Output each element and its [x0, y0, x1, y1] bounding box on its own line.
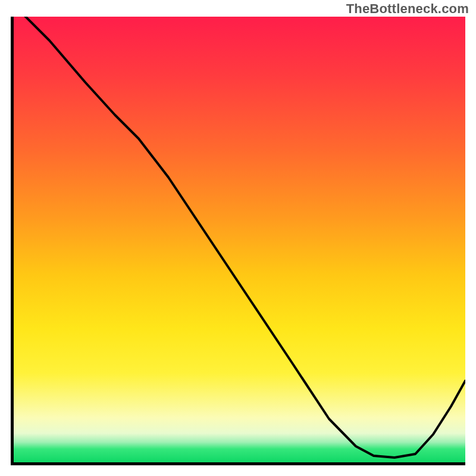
chart-plot-area [11, 17, 465, 465]
bottleneck-curve [14, 17, 465, 462]
watermark-text: TheBottleneck.com [346, 1, 469, 17]
